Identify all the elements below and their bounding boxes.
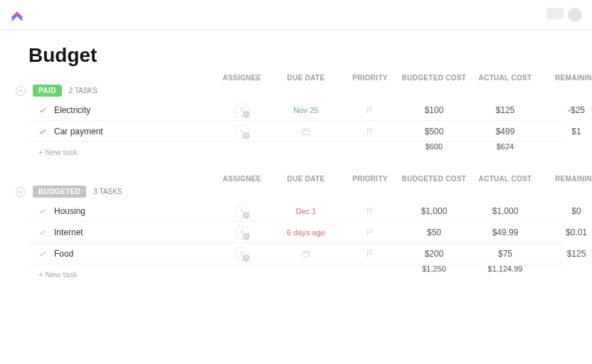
column-header: REMAINING <box>541 175 592 183</box>
plus-icon: + <box>243 233 250 240</box>
new-task-button[interactable]: + New task <box>28 142 213 162</box>
column-header: PRIORITY <box>342 175 398 183</box>
plus-icon: + <box>243 255 250 262</box>
task-row[interactable]: Housing + Dec 1 $1,000 $1,000 $0 <box>28 200 564 222</box>
actual-cost[interactable]: $49.99 <box>470 228 541 237</box>
column-header: PRIORITY <box>342 74 398 82</box>
person-icon: + <box>235 204 249 218</box>
column-header: ACTUAL COST <box>470 74 541 82</box>
group-header[interactable]: PAID 2 TASKS <box>16 82 564 100</box>
plus-icon: + <box>243 111 250 118</box>
column-header: REMAINING <box>541 74 592 82</box>
check-icon[interactable] <box>38 127 47 136</box>
svg-point-0 <box>240 107 243 109</box>
svg-point-1 <box>240 129 243 131</box>
status-badge[interactable]: PAID <box>33 85 62 97</box>
actual-cost[interactable]: $1,000 <box>470 206 541 216</box>
subtotal-actual: $1,124.99 <box>470 264 541 284</box>
chevron-down-icon[interactable] <box>16 86 26 96</box>
column-header: ASSIGNEE <box>213 74 270 82</box>
task-row[interactable]: Electricity + Nov 25 $100 $125 -$25 <box>28 100 564 121</box>
task-name[interactable]: Internet <box>54 228 83 237</box>
remaining: -$25 <box>541 105 592 115</box>
actual-cost[interactable]: $499 <box>470 127 541 136</box>
column-header: BUDGETED COST <box>398 175 470 183</box>
task-row[interactable]: Internet + 6 days ago $50 $49.99 $0.01 <box>28 222 564 243</box>
due-date[interactable]: Nov 25 <box>270 106 342 114</box>
app-logo-icon <box>10 8 24 22</box>
group-header[interactable]: BUDGETED 3 TASKS <box>16 183 564 200</box>
task-row[interactable]: Food + $200 $75 $125 <box>28 243 564 264</box>
subtotal-actual: $624 <box>470 142 541 162</box>
svg-rect-2 <box>303 129 310 134</box>
priority-flag-icon[interactable] <box>342 106 398 114</box>
assignee-button[interactable]: + <box>213 225 270 240</box>
page-title: Budget <box>28 44 564 67</box>
subtotal-budgeted: $600 <box>398 142 470 162</box>
remaining: $125 <box>541 249 592 259</box>
svg-rect-6 <box>303 251 310 257</box>
check-icon[interactable] <box>38 106 47 114</box>
topbar-button-1[interactable] <box>546 8 564 19</box>
priority-flag-icon[interactable] <box>342 207 398 215</box>
topbar <box>0 0 592 30</box>
column-header: ASSIGNEE <box>213 175 270 183</box>
budgeted-cost[interactable]: $1,000 <box>398 206 470 216</box>
priority-flag-icon[interactable] <box>342 250 398 258</box>
assignee-button[interactable]: + <box>213 204 270 218</box>
subtotal-budgeted: $1,250 <box>398 264 470 284</box>
topbar-button-2[interactable] <box>568 8 582 22</box>
column-header: ACTUAL COST <box>470 175 541 183</box>
new-task-button[interactable]: + New task <box>28 264 213 284</box>
column-header: BUDGETED COST <box>398 74 470 82</box>
check-icon[interactable] <box>38 207 47 215</box>
person-icon: + <box>235 225 249 240</box>
task-row[interactable]: Car payment + $500 $499 $1 <box>28 121 564 142</box>
topbar-actions <box>546 8 582 22</box>
person-icon: + <box>235 124 249 139</box>
priority-flag-icon[interactable] <box>342 228 398 237</box>
svg-point-5 <box>240 251 243 253</box>
task-name[interactable]: Electricity <box>54 105 90 115</box>
chevron-down-icon[interactable] <box>16 187 26 197</box>
budgeted-cost[interactable]: $500 <box>398 127 470 136</box>
task-name[interactable]: Housing <box>54 206 85 216</box>
status-badge[interactable]: BUDGETED <box>33 186 86 198</box>
svg-point-4 <box>240 230 243 232</box>
task-count: 3 TASKS <box>93 188 122 196</box>
calendar-icon[interactable] <box>270 250 342 258</box>
check-icon[interactable] <box>38 250 47 258</box>
assignee-button[interactable]: + <box>213 103 270 117</box>
budgeted-cost[interactable]: $200 <box>398 249 470 259</box>
column-header: DUE DATE <box>270 74 342 82</box>
column-header: DUE DATE <box>270 175 342 183</box>
budgeted-cost[interactable]: $100 <box>398 105 470 115</box>
person-icon: + <box>235 103 249 117</box>
plus-icon: + <box>243 212 250 219</box>
svg-point-3 <box>240 208 243 210</box>
actual-cost[interactable]: $75 <box>470 249 541 259</box>
actual-cost[interactable]: $125 <box>470 105 541 115</box>
remaining: $0 <box>541 206 592 216</box>
check-icon[interactable] <box>38 228 47 237</box>
due-date[interactable]: Dec 1 <box>270 207 342 215</box>
plus-icon: + <box>243 132 250 139</box>
task-name[interactable]: Car payment <box>54 127 103 136</box>
budgeted-cost[interactable]: $50 <box>398 228 470 237</box>
task-count: 2 TASKS <box>69 87 97 95</box>
task-name[interactable]: Food <box>54 249 73 259</box>
person-icon: + <box>235 247 249 261</box>
assignee-button[interactable]: + <box>213 124 270 139</box>
priority-flag-icon[interactable] <box>342 127 398 136</box>
assignee-button[interactable]: + <box>213 247 270 261</box>
remaining: $1 <box>541 127 592 136</box>
due-date[interactable]: 6 days ago <box>270 228 342 237</box>
remaining: $0.01 <box>541 228 592 237</box>
calendar-icon[interactable] <box>270 127 342 136</box>
